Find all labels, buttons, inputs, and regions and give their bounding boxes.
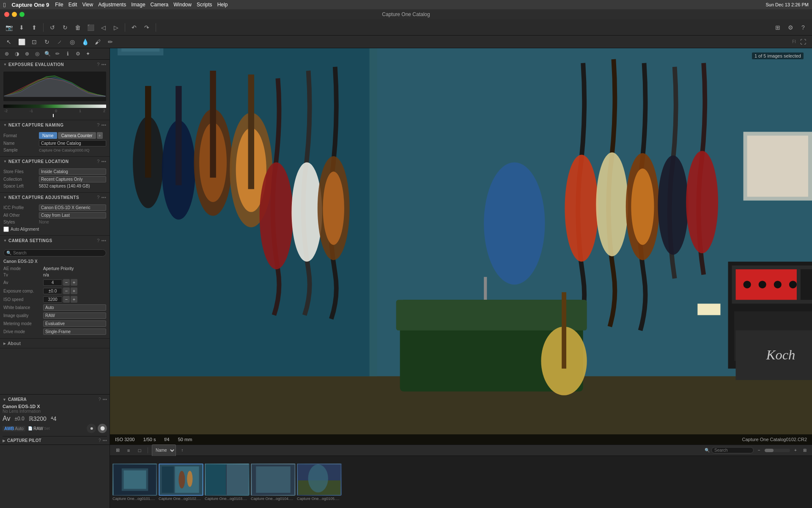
panel-tool-1[interactable]: ⊛ — [3, 50, 11, 58]
tool-rotate[interactable]: ↻ — [41, 36, 52, 47]
toolbar-delete[interactable]: 🗑 — [72, 22, 83, 33]
name-input[interactable] — [39, 140, 106, 146]
tool-color[interactable]: 💧 — [80, 36, 91, 47]
camera-settings-ellipsis-icon[interactable]: ••• — [101, 238, 106, 243]
store-files-select[interactable]: Inside Catalog — [39, 168, 106, 175]
wb-select[interactable]: Auto — [43, 304, 106, 311]
panel-tool-5[interactable]: 🔍 — [43, 50, 52, 58]
menu-edit[interactable]: Edit — [69, 2, 77, 8]
filmstrip-item-3[interactable]: Capture One...og0103.CR2 — [205, 464, 250, 501]
camera-settings-question-icon[interactable]: ? — [97, 238, 99, 243]
camera-question-icon[interactable]: ? — [99, 397, 101, 402]
toolbar-camera-icon[interactable]: 📷 — [3, 22, 14, 33]
filmstrip-grid-view-btn[interactable]: ⊞ — [801, 447, 809, 454]
collection-select[interactable]: Recent Captures Only — [39, 176, 106, 182]
camera-search-input[interactable] — [13, 251, 103, 255]
thumb-img-2[interactable] — [159, 464, 203, 496]
filmstrip-zoom-slider[interactable] — [765, 449, 790, 452]
close-button[interactable] — [4, 12, 9, 17]
tool-select[interactable]: ⬜ — [16, 36, 27, 47]
tool-crop[interactable]: ⊡ — [29, 36, 40, 47]
thumb-img-3[interactable] — [205, 464, 250, 496]
menu-image[interactable]: Image — [131, 2, 145, 8]
tool-straighten[interactable]: ⟋ — [54, 36, 65, 47]
filmstrip-item-5[interactable]: Capture One...og0105.CR2 — [297, 464, 342, 501]
menu-help[interactable]: Help — [217, 2, 228, 8]
camera-ellipsis-icon[interactable]: ••• — [102, 397, 107, 402]
panel-tool-7[interactable]: ℹ — [63, 50, 72, 58]
filmstrip-collapse-btn[interactable]: − — [755, 447, 763, 454]
sort-direction-btn[interactable]: ↑ — [178, 447, 186, 454]
tool-spot[interactable]: ◎ — [67, 36, 78, 47]
panel-tool-8[interactable]: ⚙ — [74, 50, 82, 58]
minimize-button[interactable] — [12, 12, 17, 17]
toolbar-grid-view[interactable]: ⊞ — [772, 22, 783, 33]
thumb-img-5[interactable] — [297, 464, 342, 496]
menu-window[interactable]: Window — [173, 2, 192, 8]
filmstrip-single-btn[interactable]: □ — [135, 446, 144, 455]
menu-adjustments[interactable]: Adjustments — [98, 2, 126, 8]
adjustments-question-icon[interactable]: ? — [97, 195, 99, 200]
auto-alignment-label[interactable]: Auto Alignment — [11, 227, 39, 232]
toolbar-rotate-left[interactable]: ↶ — [129, 22, 140, 33]
thumb-img-4[interactable] — [251, 464, 296, 496]
naming-question-icon[interactable]: ? — [97, 122, 99, 127]
thumb-img-1[interactable] — [112, 464, 157, 496]
toolbar-move[interactable]: ⬛ — [85, 22, 96, 33]
location-question-icon[interactable]: ? — [97, 159, 99, 164]
filmstrip-list-btn[interactable]: ≡ — [124, 446, 133, 455]
capture-pilot-question[interactable]: ? — [99, 438, 101, 443]
filmstrip-search-input[interactable] — [711, 447, 754, 453]
ellipsis-icon[interactable]: ••• — [101, 62, 106, 67]
location-header[interactable]: ▼ NEXT CAPTURE LOCATION ? ••• — [0, 157, 110, 166]
window-controls[interactable] — [4, 12, 25, 17]
filmstrip-item-4[interactable]: Capture One...og0104.CR2 — [251, 464, 296, 501]
filmstrip-expand-btn[interactable]: + — [792, 447, 799, 454]
toolbar-redo[interactable]: ↻ — [60, 22, 71, 33]
iso-decrease[interactable]: − — [63, 296, 70, 303]
apple-menu[interactable]:  — [3, 1, 5, 8]
camera-live-btn[interactable]: ⚪ — [98, 424, 107, 433]
panel-tool-9[interactable]: ✦ — [84, 50, 92, 58]
icc-select[interactable]: Canon EOS-1D X Generic — [39, 204, 106, 211]
menu-scripts[interactable]: Scripts — [197, 2, 212, 8]
question-icon[interactable]: ? — [97, 62, 99, 67]
exposure-comp-decrease[interactable]: − — [63, 287, 70, 294]
auto-alignment-checkbox[interactable] — [3, 226, 9, 232]
camera-search-box[interactable]: 🔍 — [3, 249, 106, 257]
camera-record-btn[interactable]: ⏺ — [87, 424, 96, 433]
adjustments-ellipsis-icon[interactable]: ••• — [101, 195, 106, 200]
menu-camera[interactable]: Camera — [151, 2, 169, 8]
format-camera-counter-btn[interactable]: Camera Counter — [58, 132, 96, 139]
toolbar-settings[interactable]: ⚙ — [785, 22, 796, 33]
tool-brush[interactable]: 🖌 — [92, 36, 103, 47]
location-ellipsis-icon[interactable]: ••• — [101, 159, 106, 164]
exposure-comp-input[interactable] — [43, 288, 62, 294]
capture-pilot-ellipsis[interactable]: ••• — [102, 438, 107, 443]
iso-increase[interactable]: + — [71, 296, 77, 303]
toolbar-prev[interactable]: ◁ — [98, 22, 109, 33]
toolbar2-fullscreen[interactable]: ⛶ — [798, 36, 809, 47]
panel-tool-6[interactable]: ✏ — [53, 50, 62, 58]
menu-view[interactable]: View — [82, 2, 93, 8]
metering-select[interactable]: Evaluative — [43, 320, 106, 327]
format-name-btn[interactable]: Name — [39, 132, 57, 139]
filmstrip-grid-btn[interactable]: ⊞ — [113, 446, 122, 455]
filmstrip-item-2[interactable]: Capture One...og0102.CR2 — [159, 464, 203, 501]
menu-file[interactable]: File — [55, 2, 63, 8]
toolbar-undo[interactable]: ↺ — [47, 22, 58, 33]
toolbar-next[interactable]: ▷ — [110, 22, 121, 33]
app-name[interactable]: Capture One 9 — [11, 2, 49, 8]
drive-mode-select[interactable]: Single-Frame — [43, 329, 106, 335]
toolbar-import[interactable]: ⬇ — [16, 22, 27, 33]
adjustments-header[interactable]: ▼ NEXT CAPTURE ADJUSTMENTS ? ••• — [0, 193, 110, 202]
image-quality-select[interactable]: RAW — [43, 312, 106, 319]
toolbar-rotate-right[interactable]: ↷ — [141, 22, 152, 33]
tool-pen[interactable]: ✏ — [105, 36, 116, 47]
camera-settings-header[interactable]: ▼ CAMERA SETTINGS ? ••• — [0, 236, 110, 245]
exposure-comp-increase[interactable]: + — [71, 287, 77, 294]
av-increase[interactable]: + — [71, 279, 77, 286]
av-input[interactable] — [43, 279, 62, 286]
about-header[interactable]: ▶ About — [0, 339, 110, 348]
exposure-evaluation-header[interactable]: ▼ EXPOSURE EVALUATION ? ••• — [0, 60, 110, 69]
